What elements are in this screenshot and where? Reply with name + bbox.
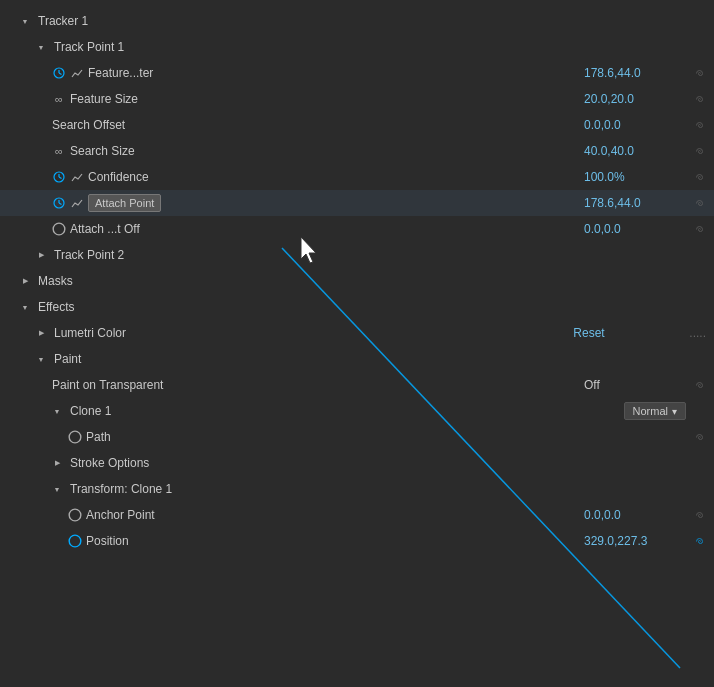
attach-offset-value[interactable]: 0.0,0.0 bbox=[584, 222, 684, 236]
masks-chevron[interactable] bbox=[20, 276, 30, 286]
paint-on-transparent-row: Paint on Transparent Off bbox=[0, 372, 714, 398]
track-point2-row[interactable]: Track Point 2 bbox=[0, 242, 714, 268]
svg-point-12 bbox=[69, 535, 81, 547]
svg-line-8 bbox=[59, 203, 62, 205]
spiral-icon-8[interactable] bbox=[692, 378, 706, 392]
spiral-icon-2[interactable] bbox=[692, 92, 706, 106]
feature-center-label: Feature...ter bbox=[88, 66, 153, 80]
paint-row[interactable]: Paint bbox=[0, 346, 714, 372]
anchor-point-value[interactable]: 0.0,0.0 bbox=[584, 508, 684, 522]
clone1-dropdown-wrap: Normal ▾ bbox=[624, 402, 686, 420]
paint-label: Paint bbox=[54, 352, 81, 366]
svg-point-10 bbox=[69, 431, 81, 443]
path-row: Path bbox=[0, 424, 714, 450]
clock-icon-2[interactable] bbox=[52, 170, 66, 184]
svg-point-11 bbox=[69, 509, 81, 521]
circle-icon-1 bbox=[52, 222, 66, 236]
attach-point-row: Attach Point 178.6,44.0 bbox=[0, 190, 714, 216]
svg-line-2 bbox=[59, 73, 62, 75]
clone1-dropdown[interactable]: Normal ▾ bbox=[624, 402, 686, 420]
position-value[interactable]: 329.0,227.3 bbox=[584, 534, 684, 548]
position-label: Position bbox=[86, 534, 129, 548]
spiral-icon-anchor[interactable] bbox=[692, 508, 706, 522]
clock-icon[interactable] bbox=[52, 66, 66, 80]
anchor-point-row: Anchor Point 0.0,0.0 bbox=[0, 502, 714, 528]
effects-row[interactable]: Effects bbox=[0, 294, 714, 320]
circle-icon-anchor bbox=[68, 508, 82, 522]
confidence-label: Confidence bbox=[88, 170, 149, 184]
anchor-point-label: Anchor Point bbox=[86, 508, 155, 522]
feature-size-row: ∞ Feature Size 20.0,20.0 bbox=[0, 86, 714, 112]
track-point1-row[interactable]: Track Point 1 bbox=[0, 34, 714, 60]
path-label: Path bbox=[86, 430, 111, 444]
lumetri-dots: ..... bbox=[689, 326, 706, 340]
paint-on-transparent-value[interactable]: Off bbox=[584, 378, 684, 392]
feature-center-value[interactable]: 178.6,44.0 bbox=[584, 66, 684, 80]
feature-size-label: Feature Size bbox=[70, 92, 138, 106]
search-offset-label: Search Offset bbox=[52, 118, 125, 132]
track-point1-label: Track Point 1 bbox=[54, 40, 124, 54]
link-icon-1: ∞ bbox=[52, 92, 66, 106]
spiral-icon-5[interactable] bbox=[692, 170, 706, 184]
masks-label: Masks bbox=[38, 274, 73, 288]
confidence-row: Confidence 100.0% bbox=[0, 164, 714, 190]
spiral-icon-position[interactable] bbox=[692, 534, 706, 548]
lumetri-label: Lumetri Color bbox=[54, 326, 126, 340]
paint-on-transparent-label: Paint on Transparent bbox=[52, 378, 163, 392]
track-point1-chevron[interactable] bbox=[36, 42, 46, 52]
transform-clone1-row[interactable]: Transform: Clone 1 bbox=[0, 476, 714, 502]
masks-row[interactable]: Masks bbox=[0, 268, 714, 294]
svg-line-5 bbox=[59, 177, 62, 179]
spiral-icon-3[interactable] bbox=[692, 118, 706, 132]
track-point2-chevron[interactable] bbox=[36, 250, 46, 260]
lumetri-reset[interactable]: Reset bbox=[573, 326, 673, 340]
lumetri-color-row[interactable]: Lumetri Color Reset ..... bbox=[0, 320, 714, 346]
stroke-options-row[interactable]: Stroke Options bbox=[0, 450, 714, 476]
search-offset-value[interactable]: 0.0,0.0 bbox=[584, 118, 684, 132]
link-icon-2: ∞ bbox=[52, 144, 66, 158]
spiral-icon-7[interactable] bbox=[692, 222, 706, 236]
attach-point-value[interactable]: 178.6,44.0 bbox=[584, 196, 684, 210]
paint-chevron[interactable] bbox=[36, 354, 46, 364]
spiral-icon-path[interactable] bbox=[692, 430, 706, 444]
clone1-chevron[interactable] bbox=[52, 406, 62, 416]
stroke-chevron[interactable] bbox=[52, 458, 62, 468]
clock-icon-3[interactable] bbox=[52, 196, 66, 210]
transform-clone1-label: Transform: Clone 1 bbox=[70, 482, 172, 496]
attach-offset-label: Attach ...t Off bbox=[70, 222, 140, 236]
graph-icon-2[interactable] bbox=[70, 170, 84, 184]
search-offset-row: Search Offset 0.0,0.0 bbox=[0, 112, 714, 138]
spiral-icon-1[interactable] bbox=[692, 66, 706, 80]
attach-point-button[interactable]: Attach Point bbox=[88, 194, 161, 212]
spiral-icon-6[interactable] bbox=[692, 196, 706, 210]
lumetri-chevron[interactable] bbox=[36, 328, 46, 338]
effects-label: Effects bbox=[38, 300, 74, 314]
tracker1-label: Tracker 1 bbox=[38, 14, 88, 28]
circle-icon-path bbox=[68, 430, 82, 444]
tracker1-row[interactable]: Tracker 1 bbox=[0, 8, 714, 34]
stroke-options-label: Stroke Options bbox=[70, 456, 149, 470]
feature-size-value[interactable]: 20.0,20.0 bbox=[584, 92, 684, 106]
position-row: Position 329.0,227.3 bbox=[0, 528, 714, 554]
circle-icon-position bbox=[68, 534, 82, 548]
feature-center-row: Feature...ter 178.6,44.0 bbox=[0, 60, 714, 86]
effects-chevron[interactable] bbox=[20, 302, 30, 312]
track-point2-label: Track Point 2 bbox=[54, 248, 124, 262]
spiral-icon-4[interactable] bbox=[692, 144, 706, 158]
clone1-row[interactable]: Clone 1 Normal ▾ bbox=[0, 398, 714, 424]
tracker1-chevron[interactable] bbox=[20, 16, 30, 26]
transform-chevron[interactable] bbox=[52, 484, 62, 494]
effects-panel: Tracker 1 Track Point 1 Feature.. bbox=[0, 0, 714, 687]
clone1-dropdown-arrow: ▾ bbox=[672, 406, 677, 417]
svg-point-9 bbox=[53, 223, 65, 235]
graph-icon[interactable] bbox=[70, 66, 84, 80]
search-size-label: Search Size bbox=[70, 144, 135, 158]
graph-icon-3[interactable] bbox=[70, 196, 84, 210]
clone1-value: Normal bbox=[633, 405, 668, 417]
search-size-row: ∞ Search Size 40.0,40.0 bbox=[0, 138, 714, 164]
clone1-label: Clone 1 bbox=[70, 404, 111, 418]
search-size-value[interactable]: 40.0,40.0 bbox=[584, 144, 684, 158]
attach-offset-row: Attach ...t Off 0.0,0.0 bbox=[0, 216, 714, 242]
confidence-value[interactable]: 100.0% bbox=[584, 170, 684, 184]
